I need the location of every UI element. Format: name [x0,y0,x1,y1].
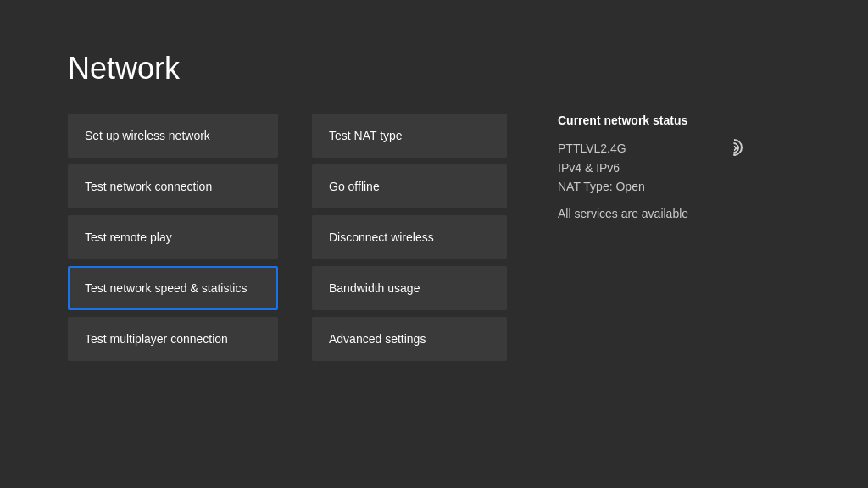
availability-status: All services are available [558,207,744,220]
right-menu-item-bandwidth-usage[interactable]: Bandwidth usage [312,266,507,310]
ip-version: IPv4 & IPv6 [558,161,744,175]
left-menu: Set up wireless networkTest network conn… [68,114,278,361]
page-container: Network Set up wireless networkTest netw… [0,0,868,488]
network-name-row: PTTLVL2.4G [558,141,744,156]
right-menu: Test NAT typeGo offlineDisconnect wirele… [312,114,507,361]
status-panel-title: Current network status [558,114,744,127]
content-area: Set up wireless networkTest network conn… [68,114,800,361]
left-menu-item-test-speed[interactable]: Test network speed & statistics [68,266,278,310]
left-menu-item-test-remote[interactable]: Test remote play [68,215,278,259]
left-menu-item-test-network[interactable]: Test network connection [68,164,278,208]
right-menu-item-test-nat[interactable]: Test NAT type [312,114,507,158]
right-menu-item-advanced-settings[interactable]: Advanced settings [312,317,507,361]
nat-type: NAT Type: Open [558,180,744,193]
left-menu-item-test-multiplayer[interactable]: Test multiplayer connection [68,317,278,361]
left-menu-item-setup-wireless[interactable]: Set up wireless network [68,114,278,158]
page-title: Network [68,51,800,86]
network-name: PTTLVL2.4G [558,141,626,155]
wifi-icon [724,141,744,156]
status-panel: Current network status PTTLVL2.4G IPv4 &… [558,114,744,220]
right-menu-item-go-offline[interactable]: Go offline [312,164,507,208]
right-menu-item-disconnect-wireless[interactable]: Disconnect wireless [312,215,507,259]
